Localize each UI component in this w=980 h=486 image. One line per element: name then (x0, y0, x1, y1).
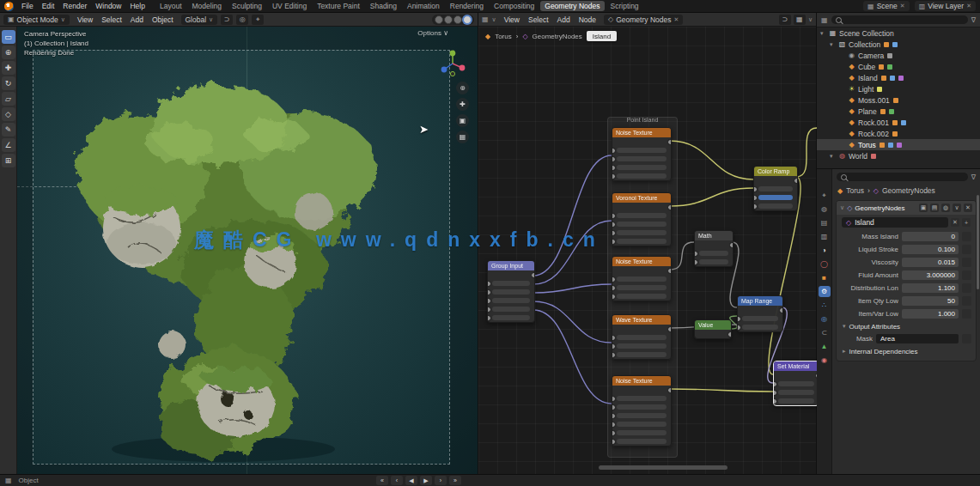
output-socket[interactable] (779, 307, 783, 313)
chevron-down-icon[interactable]: ∨ (840, 204, 844, 211)
disclosure-icon[interactable]: ▾ (830, 41, 836, 48)
tool-rotate[interactable]: ↻ (2, 76, 15, 90)
input-socket[interactable] (612, 343, 616, 349)
node-noise-texture-3[interactable]: Noise Texture (612, 375, 672, 447)
workspace-tab-compositing[interactable]: Compositing (490, 1, 539, 11)
node-menu-add[interactable]: Add (553, 15, 575, 24)
zoom-icon[interactable]: ⊕ (456, 82, 469, 94)
node-value-slider[interactable] (617, 148, 667, 153)
menu-file[interactable]: File (17, 2, 38, 10)
input-socket[interactable] (612, 335, 616, 341)
play-reverse-button[interactable]: ◀ (405, 476, 417, 485)
output-socket[interactable] (667, 204, 672, 210)
close-icon[interactable]: ✕ (673, 16, 679, 23)
properties-tab-scene[interactable]: ◑ (819, 245, 831, 256)
snap-magnet-icon[interactable]: ⊃ (221, 15, 233, 25)
node-value-slider[interactable] (492, 315, 530, 320)
next-keyframe-button[interactable]: › (435, 476, 447, 485)
input-socket[interactable] (612, 430, 616, 436)
input-socket[interactable] (773, 390, 777, 396)
properties-search-input[interactable] (837, 173, 968, 181)
node-value-slider[interactable] (778, 390, 814, 395)
properties-tab-constraints[interactable]: ⊂ (819, 327, 831, 338)
node-value-slider[interactable] (617, 413, 667, 418)
input-socket[interactable] (612, 165, 616, 171)
node-menu-node[interactable]: Node (575, 15, 600, 24)
attribute-toggle-icon[interactable] (962, 309, 971, 319)
viewport-menu-select[interactable]: Select (97, 15, 126, 24)
node-menu-view[interactable]: View (500, 15, 524, 24)
input-socket[interactable] (612, 396, 616, 402)
node-value-slider[interactable] (617, 222, 667, 227)
node-map-range[interactable]: Map Range (737, 295, 783, 332)
attribute-toggle-icon[interactable] (962, 245, 971, 254)
properties-tab-object-data[interactable]: ▲ (819, 341, 831, 352)
filter-icon[interactable]: ∇ (971, 173, 976, 181)
output-socket[interactable] (667, 387, 672, 393)
outliner-row-light[interactable]: ☀Light (817, 83, 980, 94)
menu-edit[interactable]: Edit (38, 2, 59, 10)
outliner-row-cube[interactable]: ◆Cube (817, 61, 980, 72)
input-socket[interactable] (612, 276, 616, 282)
input-socket[interactable] (612, 285, 616, 291)
node-group-name-field[interactable]: Island (587, 31, 617, 41)
properties-tab-render[interactable]: ◍ (819, 204, 831, 215)
node-value-slider[interactable] (617, 285, 667, 290)
input-socket[interactable] (612, 404, 616, 410)
viewport-menu-add[interactable]: Add (126, 15, 148, 24)
node-value-slider[interactable] (617, 352, 667, 357)
node-value-slider[interactable] (617, 343, 667, 349)
input-socket[interactable] (753, 186, 758, 192)
pan-hand-icon[interactable]: ✚ (456, 98, 469, 111)
param-field-item-var-low[interactable]: 1.000 (902, 309, 959, 319)
shading-rendered-icon[interactable] (463, 15, 472, 24)
workspace-tab-rendering[interactable]: Rendering (446, 1, 488, 11)
modifier-extras-menu[interactable]: ∨ (953, 204, 961, 212)
output-socket[interactable] (667, 268, 672, 274)
play-button[interactable]: ▶ (420, 476, 432, 485)
outliner-row-rock-001[interactable]: ◆Rock.001 (817, 117, 980, 128)
proportional-edit-icon[interactable]: ◎ (236, 15, 248, 25)
node-value-slider[interactable] (742, 316, 778, 321)
node-value-slider[interactable] (617, 276, 667, 282)
input-socket[interactable] (612, 156, 616, 162)
modifier-header[interactable]: ∨ ◇ GeometryNodes ▣ ▤ ◍ ∨ ✕ (837, 201, 976, 215)
unlink-icon[interactable]: ✕ (951, 218, 959, 227)
node-value-slider[interactable] (617, 404, 667, 410)
attribute-toggle-icon[interactable] (962, 270, 971, 280)
jump-to-end-button[interactable]: » (449, 476, 461, 485)
tool-scale[interactable]: ▱ (2, 92, 15, 106)
outliner-search-input[interactable] (831, 15, 968, 24)
param-field-mass-island[interactable]: 0 (902, 232, 959, 241)
outliner-row-torus[interactable]: ◆Torus (817, 139, 980, 150)
disclosure-icon[interactable]: ▾ (820, 30, 826, 37)
output-socket[interactable] (531, 272, 535, 278)
node-noise-texture-2[interactable]: Noise Texture (612, 256, 672, 301)
input-socket[interactable] (487, 298, 491, 304)
workspace-tab-animation[interactable]: Animation (403, 1, 444, 11)
orientation-dropdown[interactable]: Global ∨ (181, 15, 218, 25)
internal-dependencies-section[interactable]: ▸ Internal Dependencies (837, 345, 976, 357)
editor-type-icon[interactable]: ▦ (482, 15, 489, 23)
node-value-slider[interactable] (699, 251, 728, 256)
outliner-row-island[interactable]: ◆Island (817, 72, 980, 83)
workspace-tab-scripting[interactable]: Scripting (606, 1, 643, 11)
input-socket[interactable] (737, 325, 741, 331)
properties-tab-world[interactable]: ◯ (819, 258, 831, 270)
modifier-name[interactable]: GeometryNodes (855, 204, 916, 212)
viewport-menu-object[interactable]: Object (148, 15, 178, 24)
node-noise-texture-1[interactable]: Noise Texture (612, 127, 672, 181)
input-socket[interactable] (753, 195, 758, 201)
tool-measure[interactable]: ∠ (2, 138, 15, 152)
node-value-slider[interactable] (617, 294, 667, 299)
input-socket[interactable] (487, 281, 491, 287)
input-socket[interactable] (773, 398, 777, 404)
node-math[interactable]: Math (694, 230, 733, 267)
previous-keyframe-button[interactable]: ‹ (391, 476, 403, 485)
input-socket[interactable] (694, 251, 698, 257)
input-socket[interactable] (694, 259, 698, 265)
attribute-toggle-icon[interactable] (962, 283, 971, 293)
node-value-slider[interactable] (617, 439, 667, 444)
output-socket[interactable] (794, 178, 798, 184)
tool-add-primitive[interactable]: ⊞ (2, 154, 15, 167)
